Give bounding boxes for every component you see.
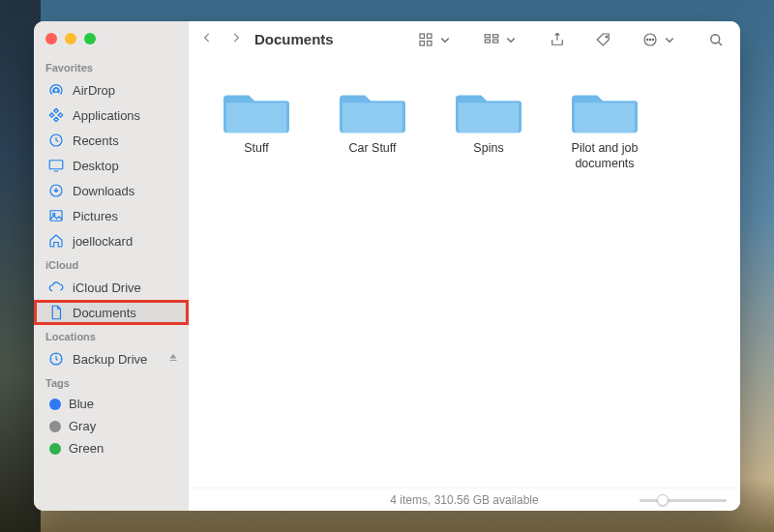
sidebar-item-downloads[interactable]: Downloads [34,178,189,203]
sidebar-tag-green[interactable]: Green [34,437,189,459]
doc-icon [47,304,65,321]
folder-icon [455,83,522,135]
folder-icon [571,83,639,135]
sidebar-item-applications[interactable]: Applications [34,103,189,128]
downloads-icon [47,182,65,199]
svg-rect-10 [428,41,432,45]
folder-label: Stuff [244,141,268,157]
cloud-icon [47,279,65,296]
fullscreen-button[interactable] [84,33,96,44]
icon-size-slider[interactable] [640,494,727,506]
svg-rect-9 [420,41,425,45]
sidebar-section-favorites: Favorites [34,56,189,77]
svg-point-15 [606,36,608,38]
folder-item[interactable]: Pilot and job documents [556,83,653,171]
svg-rect-11 [485,34,490,37]
folder-icon [223,83,290,135]
app-icon [47,106,65,124]
sidebar: Favorites AirDrop Applications Recents D… [34,21,189,511]
desktop-icon [47,157,65,174]
home-icon [47,232,65,250]
main-pane: Documents [189,21,740,511]
tags-button[interactable] [589,31,618,48]
folder-label: Spins [473,141,503,157]
sidebar-tag-blue[interactable]: Blue [34,393,189,415]
svg-rect-7 [420,34,425,39]
group-by-button[interactable] [477,31,525,48]
sidebar-item-pictures[interactable]: Pictures [34,203,189,228]
tag-dot-icon [49,421,61,432]
folder-label: Pilot and job documents [556,141,653,171]
view-mode-button[interactable] [411,31,460,48]
sidebar-section-tags: Tags [34,371,189,393]
tag-dot-icon [49,443,61,455]
finder-window: Favorites AirDrop Applications Recents D… [34,21,740,511]
sidebar-item-icloud-drive[interactable]: iCloud Drive [34,275,189,300]
close-button[interactable] [45,33,57,44]
pictures-icon [47,207,65,224]
window-title: Documents [254,31,334,47]
svg-rect-14 [493,40,498,43]
sidebar-item-recents[interactable]: Recents [34,128,189,153]
svg-rect-12 [485,40,490,43]
svg-point-18 [649,39,651,41]
minimize-button[interactable] [65,33,76,44]
folder-item[interactable]: Stuff [208,83,305,157]
svg-point-17 [646,39,648,41]
svg-rect-4 [50,211,62,222]
sidebar-section-locations: Locations [34,325,189,346]
sidebar-item-airdrop[interactable]: AirDrop [34,77,189,103]
status-text: 4 items, 310.56 GB available [390,493,538,507]
sidebar-tag-gray[interactable]: Gray [34,415,189,437]
status-bar: 4 items, 310.56 GB available [189,488,740,511]
toolbar: Documents [189,21,740,58]
eject-icon[interactable] [167,352,179,367]
search-button[interactable] [701,31,730,48]
forward-button[interactable] [229,31,243,48]
action-menu-button[interactable] [636,31,684,48]
airdrop-icon [47,81,65,99]
file-grid[interactable]: Stuff Car Stuff Spins Pilot and job docu… [189,58,740,488]
folder-label: Car Stuff [348,141,396,157]
back-button[interactable] [200,31,214,48]
folder-item[interactable]: Car Stuff [324,83,421,157]
sidebar-item-documents[interactable]: Documents [34,300,189,325]
tag-dot-icon [49,399,61,410]
recents-icon [47,132,65,149]
share-button[interactable] [543,31,572,48]
sidebar-item-home[interactable]: joellockard [34,228,189,253]
sidebar-section-icloud: iCloud [34,253,189,275]
sidebar-item-backup-drive[interactable]: Backup Drive [34,346,189,371]
svg-rect-13 [493,34,498,37]
svg-point-19 [652,39,654,41]
folder-icon [339,83,406,135]
svg-rect-8 [428,34,432,39]
folder-item[interactable]: Spins [440,83,537,157]
window-controls [34,31,189,56]
svg-rect-2 [49,161,63,169]
svg-point-20 [711,34,720,43]
timemachine-icon [47,350,65,368]
sidebar-item-desktop[interactable]: Desktop [34,153,189,178]
